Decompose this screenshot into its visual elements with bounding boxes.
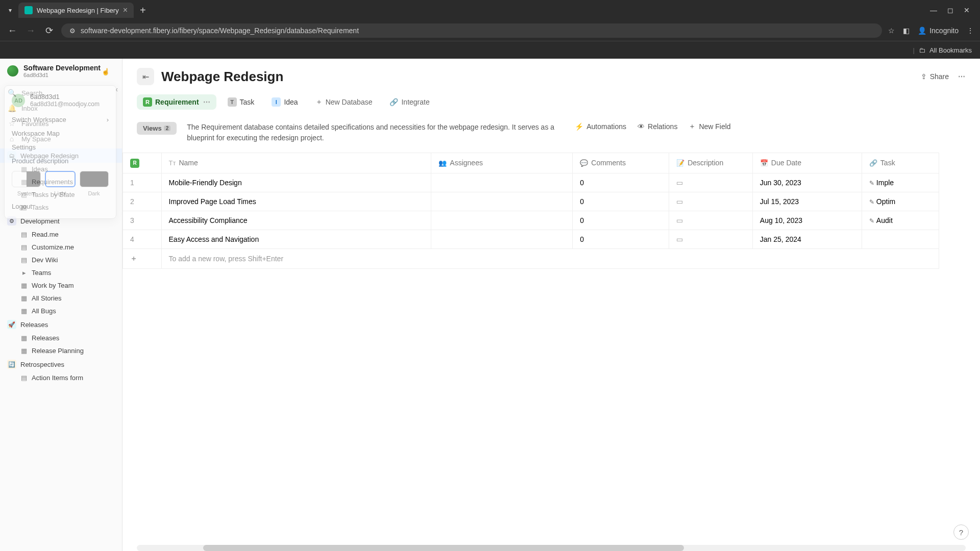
cell-comments[interactable]: 0 (573, 211, 669, 230)
cell-name[interactable]: Easy Access and Navigation (161, 230, 431, 248)
browser-tab[interactable]: Webpage Redesign | Fibery × (18, 3, 134, 18)
db-tab-idea[interactable]: I Idea (265, 94, 304, 110)
space-icon: 🚀 (7, 320, 16, 329)
minimize-icon[interactable]: — (930, 6, 937, 14)
cell-comments[interactable]: 0 (573, 192, 669, 211)
col-description[interactable]: 📝Description (669, 153, 753, 173)
popup-settings[interactable]: Settings (5, 140, 116, 154)
panel-icon[interactable]: ◧ (903, 27, 910, 35)
popup-workspace-map[interactable]: Workspace Map (5, 127, 116, 140)
close-tab-icon[interactable]: × (123, 6, 128, 15)
views-button[interactable]: Views 2 (137, 122, 177, 135)
site-info-icon[interactable]: ⚙ (69, 27, 76, 35)
cell-duedate[interactable]: Jul 15, 2023 (752, 192, 862, 211)
cell-name[interactable]: Improved Page Load Times (161, 192, 431, 211)
forward-icon[interactable]: → (24, 26, 37, 36)
collapse-toggle-icon[interactable]: ⇤ (137, 68, 154, 85)
tree-item-teams[interactable]: ▸Teams (0, 266, 122, 279)
close-window-icon[interactable]: ✕ (964, 6, 970, 14)
cell-name[interactable]: Mobile-Friendly Design (161, 173, 431, 192)
tree-item-releases[interactable]: ▦Releases (0, 332, 122, 344)
tab-dropdown-icon[interactable]: ▾ (4, 4, 16, 16)
tree-item-workbyteam[interactable]: ▦Work by Team (0, 279, 122, 292)
share-button[interactable]: ⇪ Share (921, 72, 949, 81)
tree-item-customizeme[interactable]: ▤Customize.me (0, 241, 122, 254)
relations-button[interactable]: 👁Relations (638, 122, 677, 131)
table-scroll[interactable]: R TтName 👥Assignees 💬Comments 📝Descripti… (122, 153, 980, 551)
cell-description[interactable]: ▭ (669, 173, 753, 192)
col-name[interactable]: TтName (161, 153, 431, 173)
popup-username: 6ad8d3d1 (30, 93, 100, 101)
theme-system[interactable] (12, 171, 41, 187)
link-icon: 🔗 (389, 98, 398, 106)
folder-icon: 🗀 (919, 46, 925, 54)
workspace-header[interactable]: Software Development 6ad8d3d1 ☝ (0, 59, 122, 83)
favicon-icon (24, 6, 33, 14)
cell-assignees[interactable] (431, 230, 573, 248)
table-row[interactable]: 3Accessibility Compliance0▭Aug 10, 2023✎… (123, 211, 939, 230)
db-tab-requirement[interactable]: R Requirement ⋯ (137, 94, 216, 110)
back-icon[interactable]: ← (6, 26, 18, 36)
tree-item-release-planning[interactable]: ▦Release Planning (0, 344, 122, 357)
popup-switch-workspace[interactable]: Switch Workspace › (5, 113, 116, 127)
all-bookmarks-link[interactable]: All Bookmarks (929, 46, 972, 54)
help-button[interactable]: ? (953, 524, 969, 540)
cell-description[interactable]: ▭ (669, 192, 753, 211)
page-more-icon[interactable]: ⋯ (958, 72, 966, 81)
col-index[interactable]: R (123, 153, 162, 173)
col-duedate[interactable]: 📅Due Date (752, 153, 862, 173)
tree-item-allbugs[interactable]: ▦All Bugs (0, 305, 122, 317)
cell-comments[interactable]: 0 (573, 173, 669, 192)
table-row[interactable]: 1Mobile-Friendly Design0▭Jun 30, 2023✎Im… (123, 173, 939, 192)
cell-duedate[interactable]: Jun 30, 2023 (752, 173, 862, 192)
bookmark-star-icon[interactable]: ☆ (888, 27, 895, 35)
table-row[interactable]: 4Easy Access and Navigation0▭Jan 25, 202… (123, 230, 939, 248)
new-tab-button[interactable]: + (136, 5, 150, 16)
cell-duedate[interactable]: Jan 25, 2024 (752, 230, 862, 248)
maximize-icon[interactable]: ◻ (947, 6, 953, 14)
popup-logout[interactable]: Logout (5, 199, 116, 213)
cell-duedate[interactable]: Aug 10, 2023 (752, 211, 862, 230)
add-row-plus-icon[interactable]: ＋ (123, 248, 162, 268)
cell-assignees[interactable] (431, 192, 573, 211)
new-field-button[interactable]: ＋New Field (689, 122, 730, 131)
cell-task[interactable]: ✎Audit (862, 211, 939, 230)
sidebar: Software Development 6ad8d3d1 ☝ ‹ 🔍 Sear… (0, 59, 122, 551)
col-task[interactable]: 🔗Task (862, 153, 939, 173)
db-tab-task[interactable]: T Task (222, 94, 261, 110)
cell-name[interactable]: Accessibility Compliance (161, 211, 431, 230)
integrate-button[interactable]: 🔗 Integrate (383, 95, 435, 109)
space-releases[interactable]: 🚀 Releases (0, 317, 122, 332)
browser-menu-icon[interactable]: ⋮ (967, 27, 974, 35)
col-comments[interactable]: 💬Comments (573, 153, 669, 173)
theme-light[interactable] (45, 171, 75, 187)
url-input[interactable]: ⚙ software-development.fibery.io/fibery/… (61, 23, 882, 38)
cell-description[interactable]: ▭ (669, 211, 753, 230)
popup-product-description[interactable]: Product description (5, 154, 116, 168)
tab-more-icon[interactable]: ⋯ (203, 98, 210, 106)
cell-assignees[interactable] (431, 173, 573, 192)
cell-assignees[interactable] (431, 211, 573, 230)
new-database-button[interactable]: ＋ New Database (309, 94, 379, 110)
tree-item-readme[interactable]: ▤Read.me (0, 228, 122, 241)
cell-task[interactable]: ✎Optim (862, 192, 939, 211)
cell-task[interactable]: ✎Imple (862, 173, 939, 192)
cell-description[interactable]: ▭ (669, 230, 753, 248)
doc-preview-icon: ▭ (676, 216, 683, 224)
horizontal-scrollbar[interactable] (137, 545, 966, 551)
scrollbar-thumb[interactable] (203, 545, 684, 551)
reload-icon[interactable]: ⟳ (43, 25, 55, 36)
cell-comments[interactable]: 0 (573, 230, 669, 248)
theme-dark[interactable] (80, 171, 109, 187)
cell-task[interactable] (862, 230, 939, 248)
automations-button[interactable]: ⚡Automations (575, 122, 626, 131)
window-controls: — ◻ ✕ (930, 6, 976, 14)
tree-item-action-items[interactable]: ▤Action Items form (0, 371, 122, 384)
col-assignees[interactable]: 👥Assignees (431, 153, 573, 173)
workspace-menu-popup: AD 6ad8d3d1 6ad8d3d1@moodjoy.com Switch … (4, 85, 116, 219)
space-retrospectives[interactable]: 🔄 Retrospectives (0, 357, 122, 371)
tree-item-allstories[interactable]: ▦All Stories (0, 292, 122, 305)
table-row[interactable]: 2Improved Page Load Times0▭Jul 15, 2023✎… (123, 192, 939, 211)
tree-item-devwiki[interactable]: ▤Dev Wiki (0, 254, 122, 266)
add-row[interactable]: ＋To add a new row, press Shift+Enter (123, 248, 939, 268)
